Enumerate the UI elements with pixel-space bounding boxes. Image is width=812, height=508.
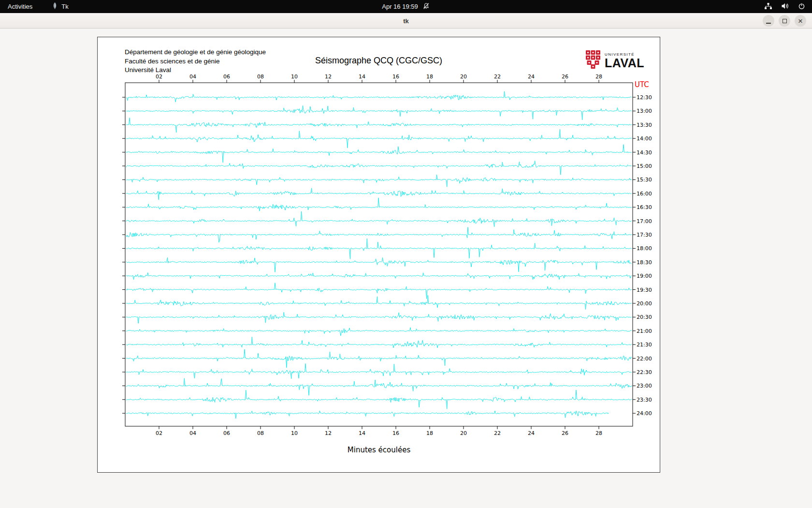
seismo-trace [126,364,632,379]
power-icon [798,2,805,11]
x-tick-label-top: 22 [494,74,501,80]
row-time-label: 15:00 [637,163,652,169]
seismo-trace [126,118,632,133]
x-tick-label-top: 02 [156,74,162,80]
volume-icon [781,2,789,11]
x-tick-label-bottom: 20 [460,430,467,436]
seismo-trace [126,145,632,163]
x-tick-label-top: 08 [257,74,264,80]
x-tick-label-top: 26 [562,74,568,80]
seismo-trace [126,312,632,323]
seismograph-canvas: Département de géologie et de génie géol… [97,37,660,473]
clock-menu[interactable]: Apr 16 19:59 [382,0,430,13]
seismo-trace [126,258,632,272]
x-tick-label-bottom: 10 [291,430,298,436]
tk-app-icon [52,2,58,11]
seismo-trace [126,175,632,187]
minimize-button[interactable] [763,15,774,27]
x-tick-label-bottom: 08 [257,430,264,436]
activities-label: Activities [8,3,32,10]
row-time-label: 19:30 [637,287,652,293]
row-time-label: 22:00 [637,356,652,362]
window-titlebar[interactable]: tk × [0,13,812,29]
x-tick-label-bottom: 22 [494,430,501,436]
seismo-trace [126,239,632,259]
x-tick-label-bottom: 14 [359,430,365,436]
x-tick-label-top: 16 [392,74,399,80]
x-tick-label-bottom: 28 [595,430,602,436]
row-time-label: 20:30 [637,314,652,320]
row-time-label: 18:00 [637,245,652,252]
seismo-trace [126,273,632,280]
row-time-label: 13:30 [637,122,652,128]
restore-button[interactable] [779,15,790,27]
utc-label: UTC [635,80,649,89]
row-time-label: 16:00 [637,191,652,197]
seismo-trace [126,227,632,242]
row-time-label: 17:00 [637,218,652,224]
close-icon: × [798,17,803,25]
x-tick-label-top: 12 [325,74,332,80]
x-tick-label-bottom: 06 [223,430,230,436]
row-time-label: 20:00 [637,300,652,307]
x-tick-label-bottom: 02 [156,430,162,436]
row-time-label: 13:00 [637,108,652,114]
seismo-trace [126,283,632,299]
row-time-label: 12:30 [637,94,652,101]
window-title: tk [0,13,812,29]
x-tick-label-bottom: 16 [392,430,399,436]
window-content: Département de géologie et de génie géol… [0,29,812,508]
seismo-trace [126,378,632,395]
seismo-trace [126,328,632,336]
seismo-trace [126,105,632,120]
row-time-label: 22:30 [637,369,652,375]
network-icon [764,2,772,11]
restore-icon [783,19,787,23]
x-tick-label-bottom: 04 [189,430,196,436]
seismo-trace [126,161,632,175]
x-tick-label-top: 28 [595,74,602,80]
system-status-area[interactable] [764,0,805,13]
window-controls: × [763,15,806,27]
x-tick-label-bottom: 24 [528,430,535,436]
row-time-label: 14:00 [637,135,652,142]
row-time-label: 23:00 [637,383,652,389]
seismo-trace [126,91,632,102]
x-tick-label-top: 06 [223,74,230,80]
close-button[interactable]: × [795,15,806,27]
row-time-label: 16:30 [637,204,652,210]
x-tick-label-top: 10 [291,74,298,80]
row-time-label: 23:30 [637,397,652,403]
row-time-label: 14:30 [637,149,652,156]
clock-label: Apr 16 19:59 [382,3,418,10]
row-time-label: 19:00 [637,273,652,279]
seismo-trace [126,349,632,368]
seismo-trace [126,295,632,309]
seismo-trace [126,129,632,148]
row-time-label: 15:30 [637,177,652,183]
seismo-trace [126,188,632,200]
seismograph-plot: 0202040406060808101012121414161618182020… [98,37,660,472]
seismo-trace [126,337,632,348]
x-axis-label: Minutes écoulées [348,446,411,454]
focused-app-menu[interactable]: Tk [52,0,68,13]
x-tick-label-bottom: 12 [325,430,332,436]
app-name-label: Tk [61,3,68,10]
x-tick-label-bottom: 26 [562,430,568,436]
seismo-trace [126,390,632,409]
row-time-label: 17:30 [637,232,652,238]
x-tick-label-bottom: 18 [426,430,433,436]
activities-button[interactable]: Activities [8,0,32,13]
row-time-label: 21:00 [637,328,652,334]
x-tick-label-top: 24 [528,74,535,80]
x-tick-label-top: 20 [460,74,467,80]
row-time-label: 24:00 [637,410,652,417]
plot-border [125,83,633,426]
seismo-trace [126,198,632,211]
notifications-muted-icon [423,2,430,11]
row-time-label: 18:30 [637,259,652,266]
x-tick-label-top: 18 [426,74,433,80]
seismo-trace [126,211,632,227]
x-tick-label-top: 04 [189,74,196,80]
x-tick-label-top: 14 [359,74,365,80]
